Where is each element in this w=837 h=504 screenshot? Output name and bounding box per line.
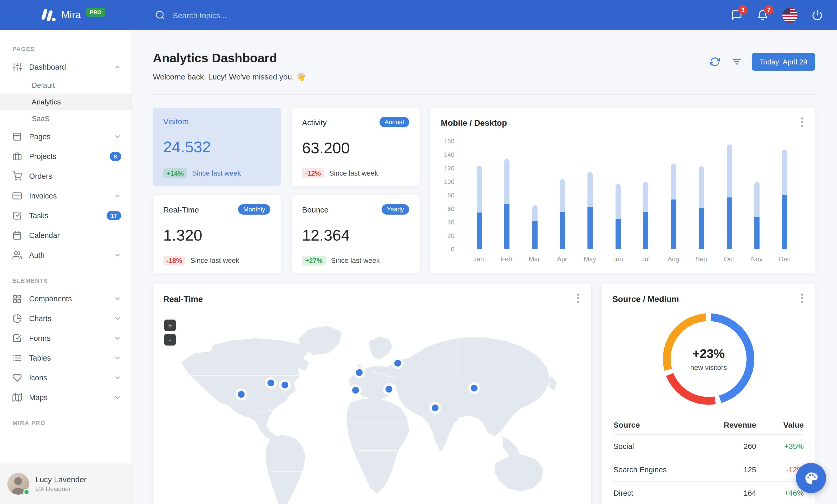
- map-marker[interactable]: [267, 380, 274, 387]
- source-medium-table: Source Revenue Value Social260+35%Search…: [613, 415, 804, 504]
- sidebar-section-elements: ELEMENTS: [0, 265, 131, 289]
- kebab-icon: [577, 294, 579, 303]
- sidebar-item-label: Auth: [29, 251, 107, 259]
- map-and-source-row: Real-Time + -: [153, 284, 815, 504]
- chevron-down-icon: [114, 354, 121, 362]
- sidebar-item-charts[interactable]: Charts: [0, 309, 131, 329]
- list-icon: [13, 353, 22, 363]
- sidebar-item-label: Charts: [29, 314, 107, 323]
- sidebar-subitem-saas[interactable]: SaaS: [0, 110, 131, 127]
- delta-chip: -12%: [302, 168, 324, 178]
- bar-segment-desktop: [727, 144, 732, 198]
- map-marker[interactable]: [386, 386, 392, 392]
- source-medium-card: Source / Medium +23% new visitors: [602, 284, 815, 504]
- messages-button[interactable]: 3: [730, 9, 743, 21]
- card-menu-button[interactable]: [797, 116, 808, 128]
- sidebar-item-icons[interactable]: Icons: [0, 368, 131, 388]
- card-menu-button[interactable]: [572, 293, 584, 304]
- value-cell: +35%: [756, 435, 804, 458]
- refresh-button[interactable]: [708, 55, 722, 69]
- brand-link[interactable]: Mira PRO: [40, 8, 105, 22]
- sidebar-item-projects[interactable]: Projects 8: [0, 147, 131, 166]
- bar-slot: [660, 141, 688, 249]
- bar-segment-desktop: [504, 159, 510, 204]
- stat-value: 63.200: [302, 139, 409, 157]
- bar-segment-mobile: [699, 208, 704, 249]
- bar-segment-mobile: [754, 217, 760, 249]
- zoom-in-button[interactable]: +: [164, 320, 176, 331]
- sidebar-item-forms[interactable]: Forms: [0, 329, 131, 348]
- period-badge: Yearly: [381, 204, 409, 214]
- sidebar-user-footer[interactable]: Lucy Lavender UX Designer: [0, 464, 131, 504]
- map-marker[interactable]: [353, 387, 359, 394]
- x-axis-label: Oct: [715, 256, 743, 263]
- filter-button[interactable]: [730, 55, 744, 69]
- navbar-actions: 3 7: [730, 7, 823, 23]
- sidebar-item-tasks[interactable]: Tasks 17: [0, 206, 131, 225]
- sidebar-item-label: Components: [29, 295, 107, 303]
- search-input[interactable]: [172, 10, 338, 20]
- filter-icon: [731, 57, 742, 67]
- bar-segment-desktop: [782, 150, 787, 195]
- card-menu-button[interactable]: [797, 293, 808, 304]
- zoom-out-button[interactable]: -: [164, 334, 176, 346]
- sidebar-subitem-default[interactable]: Default: [0, 77, 131, 94]
- bar-segment-desktop: [588, 172, 593, 207]
- map-marker[interactable]: [238, 391, 245, 398]
- y-axis-tick-label: 160: [442, 138, 455, 145]
- sidebar-item-maps[interactable]: Maps: [0, 388, 131, 407]
- chevron-down-icon: [114, 133, 121, 140]
- sidebar-item-tables[interactable]: Tables: [0, 348, 131, 368]
- column-header-value: Value: [756, 415, 804, 435]
- bar-chart-yaxis: 020406080100120140160: [442, 141, 460, 249]
- messages-count-badge: 3: [738, 5, 748, 15]
- x-axis-label: Feb: [493, 256, 520, 263]
- source-medium-table-body: Social260+35%Search Engines125-12%Direct…: [613, 435, 804, 504]
- world-map-svg: [159, 313, 585, 504]
- revenue-cell: 260: [699, 435, 756, 458]
- top-navbar: Mira PRO 3 7: [0, 0, 837, 30]
- map-marker[interactable]: [431, 405, 438, 411]
- date-range-button[interactable]: Today: April 29: [752, 53, 815, 71]
- delta-chip: +27%: [302, 256, 326, 265]
- map-marker[interactable]: [394, 360, 401, 367]
- sidebar-subitem-analytics[interactable]: Analytics: [0, 94, 131, 110]
- period-badge: Annual: [379, 117, 409, 127]
- map-icon: [13, 393, 22, 402]
- bar-slot: [465, 141, 493, 249]
- world-map: + -: [159, 313, 585, 504]
- sidebar-item-calendar[interactable]: Calendar: [0, 225, 131, 245]
- source-cell: Search Engines: [613, 458, 699, 481]
- bar-segment-desktop: [643, 182, 648, 212]
- donut-center: +23% new visitors: [663, 313, 754, 405]
- map-marker[interactable]: [471, 385, 478, 392]
- sidebar-item-dashboard[interactable]: Dashboard: [0, 57, 131, 77]
- language-flag-button[interactable]: [782, 7, 798, 23]
- sidebar-item-auth[interactable]: Auth: [0, 245, 131, 265]
- sidebar-item-label: Invoices: [29, 192, 107, 200]
- bar-segment-desktop: [671, 164, 676, 200]
- y-axis-tick-label: 120: [442, 165, 455, 172]
- sidebar-section-pages: PAGES: [0, 30, 131, 57]
- stat-caption: Since last week: [191, 257, 239, 264]
- map-marker[interactable]: [356, 369, 362, 376]
- sign-out-button[interactable]: [811, 9, 823, 21]
- pie-chart-icon: [13, 314, 22, 323]
- sidebar-item-orders[interactable]: Orders: [0, 166, 131, 186]
- stat-title: Real-Time: [163, 205, 199, 214]
- sidebar-item-invoices[interactable]: Invoices: [0, 186, 131, 206]
- sidebar-item-components[interactable]: Components: [0, 289, 131, 309]
- stat-card-visitors: Visitors 24.532 +14% Since last week: [153, 108, 281, 186]
- mobile-desktop-chart-card: Mobile / Desktop 020406080100120140160 J…: [430, 108, 815, 273]
- theme-customizer-button[interactable]: [796, 463, 826, 493]
- sidebar-item-pages[interactable]: Pages: [0, 127, 131, 147]
- chevron-up-icon: [114, 63, 121, 71]
- map-marker[interactable]: [282, 382, 288, 389]
- y-axis-tick-label: 80: [442, 192, 455, 199]
- period-badge: Monthly: [238, 204, 270, 214]
- chevron-down-icon: [114, 335, 121, 342]
- stacked-bar: [588, 172, 593, 249]
- bar-slot: [688, 141, 715, 249]
- bar-slot: [771, 141, 799, 249]
- notifications-button[interactable]: 7: [756, 9, 769, 21]
